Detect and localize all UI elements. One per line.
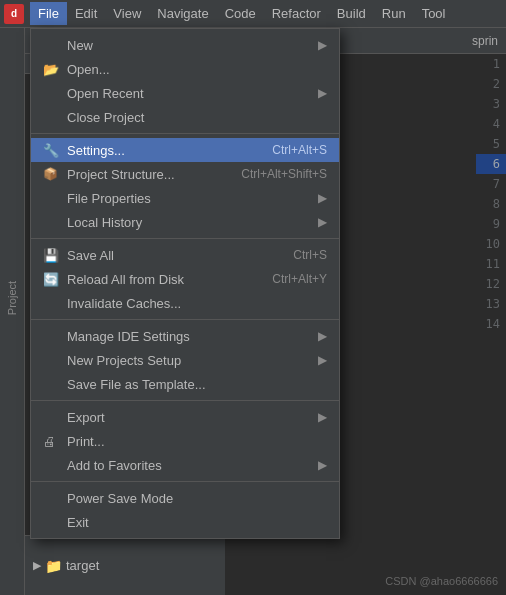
left-sidebar: Project <box>0 0 25 595</box>
reload-label: Reload All from Disk <box>67 272 256 287</box>
new-projects-setup-arrow: ▶ <box>318 353 327 367</box>
expand-arrow[interactable]: ▶ <box>33 559 41 572</box>
menu-item-open[interactable]: 📂 Open... <box>31 57 339 81</box>
line-6: 6 <box>476 154 506 174</box>
file-properties-arrow: ▶ <box>318 191 327 205</box>
menu-item-local-history[interactable]: Local History ▶ <box>31 210 339 234</box>
reload-shortcut: Ctrl+Alt+Y <box>272 272 327 286</box>
menu-item-settings[interactable]: 🔧 Settings... Ctrl+Alt+S <box>31 138 339 162</box>
line-11: 11 <box>476 254 506 274</box>
reload-icon: 🔄 <box>43 272 61 287</box>
menu-item-file-properties[interactable]: File Properties ▶ <box>31 186 339 210</box>
settings-label: Settings... <box>67 143 256 158</box>
project-structure-label: Project Structure... <box>67 167 225 182</box>
project-structure-icon: 📦 <box>43 167 61 181</box>
line-7: 7 <box>476 174 506 194</box>
menu-item-close-project[interactable]: Close Project <box>31 105 339 129</box>
save-all-label: Save All <box>67 248 277 263</box>
menu-item-new[interactable]: New ▶ <box>31 33 339 57</box>
exit-label: Exit <box>67 515 327 530</box>
separator-4 <box>31 400 339 401</box>
open-recent-arrow: ▶ <box>318 86 327 100</box>
breadcrumb-suffix: sprin <box>472 34 498 48</box>
save-template-label: Save File as Template... <box>67 377 327 392</box>
print-label: Print... <box>67 434 327 449</box>
line-5: 5 <box>476 134 506 154</box>
save-all-shortcut: Ctrl+S <box>293 248 327 262</box>
menu-item-export[interactable]: Export ▶ <box>31 405 339 429</box>
separator-3 <box>31 319 339 320</box>
file-dropdown-menu: New ▶ 📂 Open... Open Recent ▶ Close Proj… <box>30 28 340 539</box>
folder-icon: 📁 <box>45 558 62 574</box>
app-icon: d <box>4 4 24 24</box>
line-12: 12 <box>476 274 506 294</box>
file-tree-target[interactable]: target <box>66 558 99 573</box>
menu-view[interactable]: View <box>105 2 149 25</box>
menu-item-exit[interactable]: Exit <box>31 510 339 534</box>
menu-item-reload[interactable]: 🔄 Reload All from Disk Ctrl+Alt+Y <box>31 267 339 291</box>
menu-item-save-file-as-template[interactable]: Save File as Template... <box>31 372 339 396</box>
sidebar-label: Project <box>6 280 18 314</box>
open-label: Open... <box>67 62 327 77</box>
menu-file[interactable]: File <box>30 2 67 25</box>
new-projects-setup-label: New Projects Setup <box>67 353 310 368</box>
menu-item-add-to-favorites[interactable]: Add to Favorites ▶ <box>31 453 339 477</box>
export-label: Export <box>67 410 310 425</box>
line-numbers-panel: 1 2 3 4 5 6 7 8 9 10 11 12 13 14 <box>476 54 506 334</box>
separator-2 <box>31 238 339 239</box>
menu-item-power-save-mode[interactable]: Power Save Mode <box>31 486 339 510</box>
power-save-label: Power Save Mode <box>67 491 327 506</box>
menu-tool[interactable]: Tool <box>414 2 454 25</box>
line-2: 2 <box>476 74 506 94</box>
watermark: CSDN @ahao6666666 <box>385 575 498 587</box>
print-icon: 🖨 <box>43 434 61 449</box>
menu-item-manage-ide-settings[interactable]: Manage IDE Settings ▶ <box>31 324 339 348</box>
manage-ide-label: Manage IDE Settings <box>67 329 310 344</box>
line-3: 3 <box>476 94 506 114</box>
project-structure-shortcut: Ctrl+Alt+Shift+S <box>241 167 327 181</box>
menu-refactor[interactable]: Refactor <box>264 2 329 25</box>
menu-bar: d File Edit View Navigate Code Refactor … <box>0 0 506 28</box>
menu-code[interactable]: Code <box>217 2 264 25</box>
separator-5 <box>31 481 339 482</box>
favorites-arrow: ▶ <box>318 458 327 472</box>
menu-item-save-all[interactable]: 💾 Save All Ctrl+S <box>31 243 339 267</box>
menu-item-open-recent[interactable]: Open Recent ▶ <box>31 81 339 105</box>
settings-icon: 🔧 <box>43 143 61 158</box>
menu-run[interactable]: Run <box>374 2 414 25</box>
line-4: 4 <box>476 114 506 134</box>
menu-item-new-projects-setup[interactable]: New Projects Setup ▶ <box>31 348 339 372</box>
line-14: 14 <box>476 314 506 334</box>
line-1: 1 <box>476 54 506 74</box>
local-history-arrow: ▶ <box>318 215 327 229</box>
menu-item-project-structure[interactable]: 📦 Project Structure... Ctrl+Alt+Shift+S <box>31 162 339 186</box>
settings-shortcut: Ctrl+Alt+S <box>272 143 327 157</box>
local-history-label: Local History <box>67 215 310 230</box>
line-8: 8 <box>476 194 506 214</box>
file-properties-label: File Properties <box>67 191 310 206</box>
line-9: 9 <box>476 214 506 234</box>
manage-ide-arrow: ▶ <box>318 329 327 343</box>
line-13: 13 <box>476 294 506 314</box>
file-tree[interactable]: ▶ 📁 target <box>25 535 225 595</box>
line-10: 10 <box>476 234 506 254</box>
menu-navigate[interactable]: Navigate <box>149 2 216 25</box>
open-recent-label: Open Recent <box>67 86 310 101</box>
new-arrow: ▶ <box>318 38 327 52</box>
save-all-icon: 💾 <box>43 248 61 263</box>
menu-build[interactable]: Build <box>329 2 374 25</box>
invalidate-caches-label: Invalidate Caches... <box>67 296 327 311</box>
menu-edit[interactable]: Edit <box>67 2 105 25</box>
open-icon: 📂 <box>43 62 61 77</box>
favorites-label: Add to Favorites <box>67 458 310 473</box>
export-arrow: ▶ <box>318 410 327 424</box>
new-label: New <box>67 38 310 53</box>
close-project-label: Close Project <box>67 110 327 125</box>
separator-1 <box>31 133 339 134</box>
menu-item-invalidate-caches[interactable]: Invalidate Caches... <box>31 291 339 315</box>
menu-item-print[interactable]: 🖨 Print... <box>31 429 339 453</box>
